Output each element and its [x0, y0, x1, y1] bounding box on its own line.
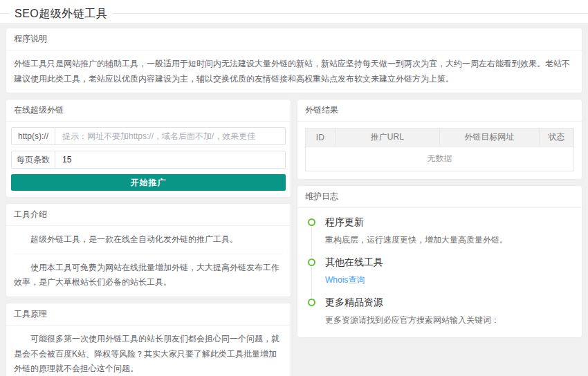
tool-intro-card: 工具介绍 超级外链工具，是一款在线全自动化发外链的推广工具。 使用本工具可免费为… [6, 203, 291, 297]
program-notes-card: 程序说明 外链工具只是网站推广的辅助工具，一般适用于短时间内无法建设大量外链的新… [6, 28, 582, 93]
url-field-label: http(s):// [12, 128, 55, 144]
timeline-item-title: 程序更新 [325, 216, 574, 228]
timeline-item-title: 其他在线工具 [325, 256, 574, 268]
timeline-item-description: 重构底层，运行速度更快，增加大量高质量外链。 [325, 234, 574, 246]
page-header: SEO超级外链工具 [0, 0, 588, 23]
tool-intro-header: 工具介绍 [6, 204, 291, 226]
start-promotion-button[interactable]: 开始推广 [11, 174, 286, 191]
results-column-status: 状态 [539, 129, 573, 147]
whois-query-link[interactable]: Whois查询 [325, 275, 365, 285]
program-notes-header: 程序说明 [6, 28, 582, 50]
per-page-input[interactable] [55, 151, 285, 168]
main-content: 程序说明 外链工具只是网站推广的辅助工具，一般适用于短时间内无法建设大量外链的新… [0, 23, 588, 376]
timeline-item-more-resources: 更多精品资源 更多资源请找到必应官方搜索网站输入关键词： [308, 297, 574, 328]
results-column-id: ID [306, 129, 336, 147]
tool-principle-header: 工具原理 [6, 303, 291, 326]
results-table: ID 推广URL 外链目标网址 状态 无数据 [305, 128, 574, 171]
url-input-row: http(s):// [11, 127, 286, 145]
backlink-form-card: 在线超级外链 http(s):// 每页条数 开始推广 [6, 99, 291, 198]
tool-principle-paragraph: 可能很多第一次使用外链工具的站长朋友们都会担心同一个问题，就是会不会被百度K站、… [14, 326, 283, 376]
tool-intro-paragraph: 使用本工具可免费为网站在线批量增加外链，大大提高外链发布工作效率，是广大草根站长… [14, 254, 283, 297]
timeline-item-title: 更多精品资源 [325, 297, 574, 308]
left-column: 在线超级外链 http(s):// 每页条数 开始推广 工具介绍 [6, 99, 291, 376]
results-table-header-row: ID 推广URL 外链目标网址 状态 [306, 129, 574, 147]
results-column-target: 外链目标网址 [439, 129, 539, 147]
page-title: SEO超级外链工具 [9, 7, 113, 21]
timeline-node-icon [308, 258, 315, 266]
results-column-url: 推广URL [335, 129, 439, 147]
backlink-form-header: 在线超级外链 [6, 100, 291, 122]
timeline-item-program-update: 程序更新 重构底层，运行速度更快，增加大量高质量外链。 [308, 216, 574, 256]
tool-principle-card: 工具原理 可能很多第一次使用外链工具的站长朋友们都会担心同一个问题，就是会不会被… [6, 303, 291, 376]
tool-intro-paragraph: 超级外链工具，是一款在线全自动化发外链的推广工具。 [14, 226, 283, 254]
url-input[interactable] [55, 128, 285, 144]
backlink-results-card: 外链结果 ID 推广URL 外链目标网址 状态 [297, 99, 582, 180]
program-notes-text: 外链工具只是网站推广的辅助工具，一般适用于短时间内无法建设大量外链的新站，新站应… [14, 57, 574, 86]
right-column: 外链结果 ID 推广URL 外链目标网址 状态 [297, 99, 582, 337]
maintenance-log-header: 维护日志 [297, 186, 582, 208]
timeline-item-other-tools: 其他在线工具 Whois查询 [308, 256, 574, 297]
maintenance-timeline: 程序更新 重构底层，运行速度更快，增加大量高质量外链。 其他在线工具 Whois… [297, 208, 582, 337]
timeline-item-description: 更多资源请找到必应官方搜索网站输入关键词： [325, 314, 574, 326]
per-page-field-label: 每页条数 [12, 151, 55, 168]
per-page-input-row: 每页条数 [11, 151, 286, 169]
results-empty-text: 无数据 [306, 147, 574, 171]
maintenance-log-card: 维护日志 程序更新 重构底层，运行速度更快，增加大量高质量外链。 其他在线工具 … [297, 185, 582, 337]
timeline-node-icon [308, 218, 315, 226]
backlink-results-header: 外链结果 [297, 100, 582, 122]
timeline-node-icon [308, 299, 315, 306]
results-empty-row: 无数据 [306, 147, 574, 171]
